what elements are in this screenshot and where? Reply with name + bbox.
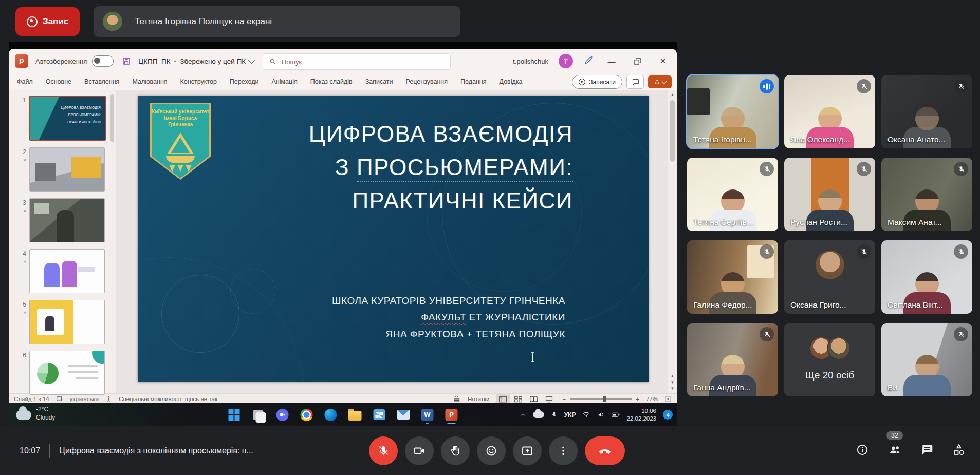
record-presentation-button[interactable]: Записати [572,75,622,89]
task-view-button[interactable] [249,405,268,425]
reactions-button[interactable] [477,436,506,465]
slide-thumbnail-4[interactable]: 4 [16,249,116,293]
save-icon[interactable] [122,56,131,66]
slide-scrollbar[interactable]: ▲ ▲ ▼ ▼ [668,90,677,393]
meet-app-icon[interactable] [273,405,292,425]
thumbnail-preview[interactable]: ЦИФРОВА ВЗАЄМОДІЯ ПРОСЬЮМЕРАМИ: ПРАКТИЧН… [29,96,106,141]
tab-help[interactable]: Довідка [500,78,523,85]
onedrive-icon[interactable] [533,411,544,418]
end-call-button[interactable] [585,436,625,465]
microsoft-store-icon[interactable] [369,405,389,425]
tab-home[interactable]: Основне [46,78,71,85]
powerpoint-app-icon[interactable]: P [15,54,28,68]
minimize-button[interactable]: — [604,53,619,69]
tab-draw[interactable]: Малювання [132,78,167,85]
keyboard-language[interactable]: УКР [564,411,576,419]
display-settings-icon[interactable] [56,395,63,403]
scroll-up-icon[interactable]: ▲ [671,92,675,98]
tab-transitions[interactable]: Переходи [230,78,259,85]
participant-tile[interactable]: Тетяна Сергіїв... [687,158,778,231]
microphone-tray-icon[interactable] [551,411,558,419]
thumbnail-preview[interactable] [29,147,105,192]
chrome-icon[interactable] [297,405,317,425]
more-participants-tile[interactable]: Ще 20 осіб [784,323,875,396]
language-status[interactable]: українська [70,396,99,402]
next-slide-icon[interactable]: ▼ [671,379,675,386]
start-button[interactable] [225,405,244,425]
slideshow-view-button[interactable] [543,394,556,403]
mail-icon[interactable] [394,405,413,425]
zoom-level[interactable]: 77% [646,396,658,402]
activities-button[interactable] [952,443,966,459]
tab-review[interactable]: Рецензування [406,78,448,85]
tab-design[interactable]: Конструктор [180,78,217,85]
thumbnail-preview[interactable] [29,351,105,395]
share-button[interactable] [648,75,672,88]
meeting-details-button[interactable] [856,443,869,459]
reading-view-button[interactable] [527,394,541,403]
normal-view-button[interactable] [496,394,510,403]
scrollbar-thumb[interactable] [670,100,675,162]
participant-tile[interactable]: Тетяна Ігорівн... [687,75,778,148]
volume-icon[interactable] [597,411,605,419]
accessibility-icon[interactable] [105,395,112,403]
accessibility-status[interactable]: Спеціальні можливості: щось не так [119,396,217,402]
comments-button[interactable] [626,75,644,89]
close-button[interactable]: ✕ [655,53,671,69]
slide-sorter-view-button[interactable] [512,394,525,403]
file-explorer-icon[interactable] [345,405,365,425]
edge-icon[interactable] [321,405,341,425]
taskbar-clock[interactable]: 10:0622.02.2023 [626,407,656,423]
participant-tile[interactable]: Галина Федор... [687,240,778,314]
chat-button[interactable] [920,443,934,459]
tab-file[interactable]: Файл [17,78,33,85]
powerpoint-taskbar-icon[interactable]: P [442,405,461,425]
slide-thumbnail-2[interactable]: 2 [16,147,116,192]
more-options-button[interactable] [549,436,578,465]
fit-to-window-icon[interactable] [664,395,672,403]
participant-tile[interactable]: Руслан Рости... [784,158,875,231]
thumbnail-scrollbar[interactable] [110,94,114,142]
mic-mute-button[interactable] [369,436,398,465]
hidden-icons-chevron[interactable] [520,411,526,418]
participant-tile[interactable]: Яна Олександ... [784,75,875,148]
raise-hand-button[interactable] [441,436,470,465]
self-tile[interactable]: Ви [881,323,972,396]
scroll-down-icon[interactable]: ▼ [671,386,675,392]
thumbnail-preview[interactable] [29,198,105,242]
battery-icon[interactable] [612,411,620,418]
slide-thumbnail-3[interactable]: 3 [16,198,116,242]
wifi-icon[interactable] [582,411,590,418]
tab-animations[interactable]: Анімація [272,78,298,85]
zoom-out-button[interactable]: − [563,396,566,402]
notes-button[interactable]: Нотатки [468,396,489,402]
participant-tile[interactable]: Світлана Вікт... [881,240,972,314]
slide-thumbnail-5[interactable]: 5 [16,300,116,344]
search-input[interactable]: Пошук [263,53,451,70]
ink-pen-icon[interactable] [583,55,594,67]
weather-widget[interactable]: -2°CCloudy [16,406,55,422]
participant-tile[interactable]: Оксана Григо... [784,240,875,314]
thumbnail-preview[interactable] [29,249,105,293]
participant-tile[interactable]: Оксана Анато... [881,75,972,148]
tab-view[interactable]: Подання [460,78,486,85]
autosave-toggle[interactable] [92,55,114,67]
slide-thumbnail-1[interactable]: 1 ЦИФРОВА ВЗАЄМОДІЯ ПРОСЬЮМЕРАМИ: ПРАКТИ… [16,96,116,141]
word-icon[interactable]: W [418,405,437,425]
zoom-slider-thumb[interactable] [603,396,606,402]
slide-thumbnail-6[interactable]: 6 [16,351,116,395]
present-button[interactable] [513,436,542,465]
participant-tile[interactable]: Максим Анат... [881,158,972,231]
tab-insert[interactable]: Вставлення [84,78,119,85]
current-slide[interactable]: Київський університет імені Бориса Грінч… [138,96,649,382]
account-avatar[interactable]: T [559,54,573,68]
restore-button[interactable] [630,53,645,69]
thumbnail-preview[interactable] [29,300,105,344]
participant-tile[interactable]: Ганна Андріїв... [687,323,778,396]
document-title[interactable]: ЦКПП_ПК • Збережено у цей ПК [138,58,254,65]
tab-slideshow[interactable]: Показ слайдів [310,78,353,85]
camera-button[interactable] [405,436,434,465]
zoom-in-button[interactable]: + [636,396,639,402]
notification-badge[interactable]: 4 [663,410,673,420]
tab-record[interactable]: Записати [365,78,393,85]
